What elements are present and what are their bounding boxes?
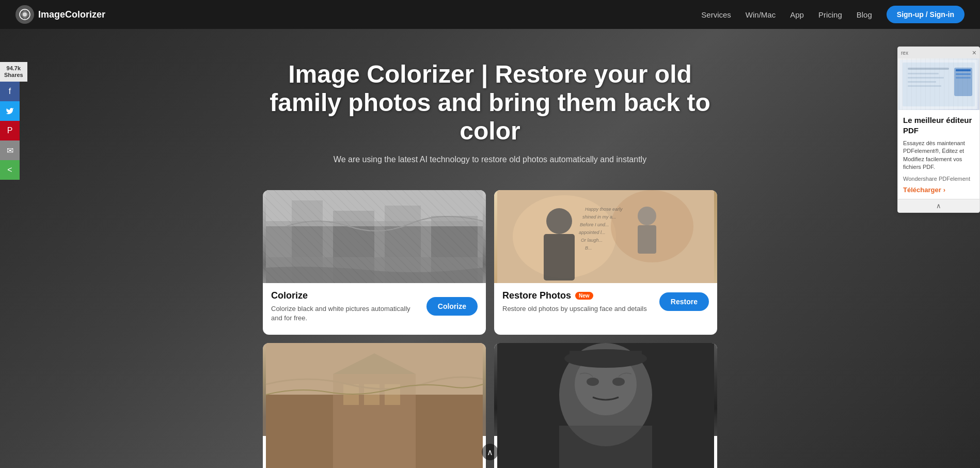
hero-subtitle: We are using the latest AI technology to…: [268, 155, 712, 164]
svg-rect-43: [908, 81, 936, 83]
logo-icon: [15, 5, 34, 24]
svg-rect-39: [903, 63, 975, 106]
svg-point-13: [546, 208, 572, 234]
hero-section: Image Colorizer | Restore your old famil…: [0, 29, 980, 468]
ad-close-button[interactable]: ×: [972, 49, 976, 57]
ad-brand: Wondershare PDFelement: [903, 176, 974, 182]
card-restore-image: Happy those early shined in my a... Befo…: [494, 190, 717, 283]
card-colorize-image: [263, 190, 486, 283]
svg-rect-37: [559, 426, 652, 468]
card-restore-desc: Restore old photos by upscaling face and…: [502, 304, 654, 314]
email-share-button[interactable]: ✉: [0, 141, 20, 160]
svg-rect-45: [954, 68, 972, 96]
svg-rect-14: [544, 234, 575, 280]
svg-rect-40: [908, 68, 949, 70]
card-colorize-desc: Colorize black and white pictures automa…: [271, 304, 421, 323]
ad-panel: rex × Le meilleur éditeur PDF Essayez dè…: [897, 46, 980, 213]
svg-rect-3: [266, 221, 483, 283]
svg-point-15: [638, 207, 656, 225]
new-badge: New: [575, 292, 593, 300]
ad-description: Essayez dès maintenant PDFelement®, Édit…: [903, 139, 974, 171]
ad-cta-link[interactable]: Télécharger ›: [903, 186, 974, 194]
svg-point-36: [612, 378, 625, 386]
ad-image: [898, 58, 979, 110]
nav-services[interactable]: Services: [701, 10, 731, 19]
svg-rect-8: [266, 257, 483, 283]
card-colorize-body: Colorize Colorize black and white pictur…: [263, 283, 486, 330]
card-restore: Happy those early shined in my a... Befo…: [494, 190, 717, 335]
navbar: ImageColorizer Services Win/Mac App Pric…: [0, 0, 980, 29]
card-colorize: Colorize Colorize black and white pictur…: [263, 190, 486, 335]
social-sidebar: 94.7k Shares f P ✉ <: [0, 62, 27, 180]
svg-text:shined in my a...: shined in my a...: [582, 214, 617, 220]
card-bw-image: [494, 343, 717, 436]
nav-blog[interactable]: Blog: [857, 10, 872, 19]
svg-rect-44: [908, 85, 941, 87]
svg-point-35: [587, 378, 599, 386]
svg-rect-16: [638, 225, 656, 254]
chevron-right-icon: ›: [943, 186, 945, 194]
pinterest-share-button[interactable]: P: [0, 121, 20, 141]
ad-body: Le meilleur éditeur PDF Essayez dès main…: [898, 110, 979, 199]
colorize-button[interactable]: Colorize: [426, 297, 478, 316]
svg-rect-47: [956, 73, 971, 75]
generic-share-button[interactable]: <: [0, 160, 20, 180]
svg-rect-41: [908, 73, 939, 74]
svg-rect-38: [900, 60, 977, 109]
hero-content: Image Colorizer | Restore your old famil…: [258, 60, 722, 185]
share-count: 94.7k Shares: [0, 62, 27, 82]
ad-collapse-button[interactable]: ∧: [898, 199, 979, 212]
signin-button[interactable]: Sign-up / Sign-in: [887, 6, 965, 23]
ad-header-label: rex: [901, 50, 908, 56]
svg-rect-46: [956, 69, 971, 71]
brand-name: ImageColorizer: [38, 9, 105, 20]
svg-text:appointed l...: appointed l...: [579, 230, 606, 235]
card-colorize-title: Colorize: [271, 290, 421, 301]
svg-text:Before I und...: Before I und...: [580, 222, 609, 227]
card-sepia-image: [263, 343, 486, 436]
card-colorize-text: Colorize Colorize black and white pictur…: [271, 290, 421, 323]
card-sepia: [263, 343, 486, 468]
svg-rect-48: [956, 77, 971, 79]
scroll-up-button[interactable]: ∧: [482, 444, 498, 460]
svg-rect-34: [570, 351, 642, 361]
svg-rect-7: [431, 216, 478, 283]
facebook-share-button[interactable]: f: [0, 82, 20, 101]
svg-rect-4: [292, 200, 323, 283]
card-restore-title: Restore Photos New: [502, 290, 654, 301]
ad-title: Le meilleur éditeur PDF: [903, 115, 974, 135]
svg-text:Happy those early: Happy those early: [585, 207, 623, 212]
svg-rect-42: [908, 77, 944, 79]
logo-link[interactable]: ImageColorizer: [15, 5, 105, 24]
cards-grid: Colorize Colorize black and white pictur…: [263, 190, 717, 468]
ad-panel-header: rex ×: [898, 47, 979, 58]
svg-rect-6: [385, 206, 421, 283]
nav-links: Services Win/Mac App Pricing Blog Sign-u…: [701, 6, 965, 23]
card-restore-text: Restore Photos New Restore old photos by…: [502, 290, 654, 314]
card-restore-body: Restore Photos New Restore old photos by…: [494, 283, 717, 321]
svg-rect-9: [266, 190, 483, 226]
card-bw: [494, 343, 717, 468]
nav-app[interactable]: App: [790, 10, 804, 19]
svg-text:B...: B...: [585, 245, 592, 251]
nav-pricing[interactable]: Pricing: [818, 10, 842, 19]
restore-button[interactable]: Restore: [659, 292, 709, 311]
nav-winmac[interactable]: Win/Mac: [746, 10, 776, 19]
svg-rect-2: [266, 190, 483, 283]
svg-rect-5: [333, 211, 374, 283]
twitter-share-button[interactable]: [0, 101, 20, 121]
hero-title: Image Colorizer | Restore your old famil…: [268, 60, 712, 146]
svg-text:Or laugh...: Or laugh...: [581, 238, 603, 243]
